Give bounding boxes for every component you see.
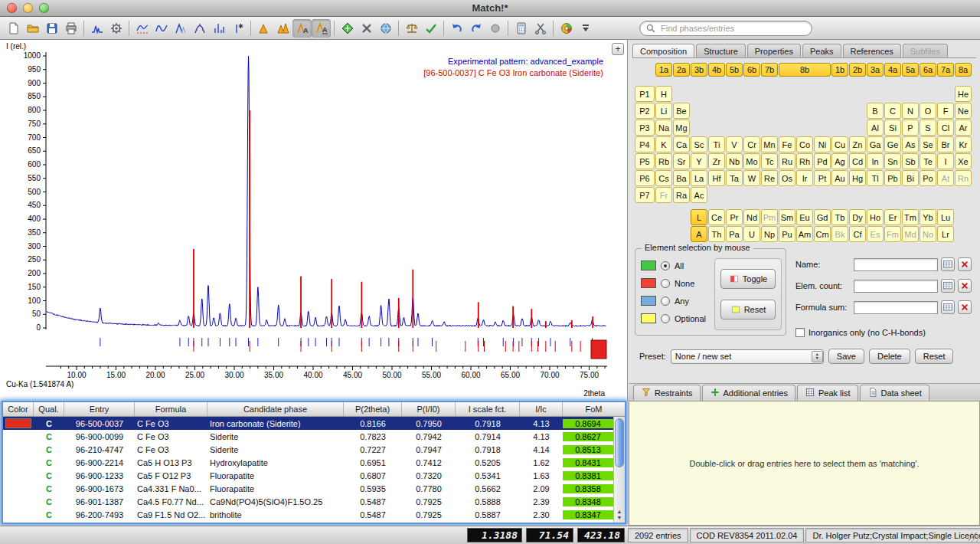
column-header-formula[interactable]: Formula <box>135 402 207 416</box>
smooth-curve-icon[interactable] <box>152 19 171 38</box>
element-Hf[interactable]: Hf <box>708 170 725 186</box>
element-Bi[interactable]: Bi <box>902 170 919 186</box>
element-Br[interactable]: Br <box>937 136 954 152</box>
preset-combobox[interactable]: None / new set ▴▾ <box>671 349 824 364</box>
element-Yb[interactable]: Yb <box>920 209 936 225</box>
element-H[interactable]: H <box>655 86 672 102</box>
matching-drop-panel[interactable]: Double-click or drag entries here to sel… <box>629 401 980 526</box>
element-Tc[interactable]: Tc <box>761 153 778 169</box>
resize-grip[interactable] <box>969 533 978 542</box>
element-As[interactable]: As <box>902 136 919 152</box>
element-Kr[interactable]: Kr <box>955 136 972 152</box>
element-Er[interactable]: Er <box>884 209 901 225</box>
group-3b[interactable]: 3b <box>691 63 707 77</box>
raw-data-gear-icon[interactable] <box>106 19 126 38</box>
formula-sum-input[interactable] <box>854 301 938 314</box>
element-I[interactable]: I <box>937 153 954 169</box>
tab-composition[interactable]: Composition <box>632 44 694 57</box>
element-Rh[interactable]: Rh <box>796 153 813 169</box>
cut-icon[interactable] <box>531 19 550 38</box>
element-Ho[interactable]: Ho <box>867 209 884 225</box>
selection-mode-all[interactable]: All <box>641 257 706 274</box>
element-Ge[interactable]: Ge <box>884 136 901 152</box>
element-Au[interactable]: Au <box>831 170 848 186</box>
web-search-icon[interactable] <box>376 19 395 38</box>
element-W[interactable]: W <box>743 170 760 186</box>
preset-delete-button[interactable]: Delete <box>869 349 910 364</box>
element-Xe[interactable]: Xe <box>955 153 972 169</box>
column-header-p-2theta[interactable]: P(2theta) <box>344 402 402 416</box>
element-Mo[interactable]: Mo <box>743 153 760 169</box>
subtab-data-sheet[interactable]: Data sheet <box>860 385 929 401</box>
element-Te[interactable]: Te <box>920 153 936 169</box>
column-header-entry[interactable]: Entry <box>64 402 135 416</box>
check-icon[interactable] <box>421 19 440 38</box>
group-7b[interactable]: 7b <box>761 63 778 77</box>
element-Md[interactable]: Md <box>902 226 919 242</box>
single-peak-orange-icon[interactable] <box>254 19 273 38</box>
undo-icon[interactable] <box>447 19 466 38</box>
table-row[interactable]: C96-210-4747C Fe O3Siderite0.72270.79470… <box>3 443 613 456</box>
element-At[interactable]: At <box>937 170 954 186</box>
scrollbar-thumb[interactable] <box>615 418 624 467</box>
element-C[interactable]: C <box>884 103 901 119</box>
element-O[interactable]: O <box>920 103 936 119</box>
preset-save-button[interactable]: Save <box>828 349 864 364</box>
element-Np[interactable]: Np <box>761 226 778 242</box>
element-B[interactable]: B <box>867 103 884 119</box>
group-4b[interactable]: 4b <box>708 63 725 77</box>
element-Al[interactable]: Al <box>867 120 884 136</box>
radio-any[interactable] <box>661 297 670 306</box>
table-row[interactable]: C96-901-1387Ca4.5 F0.77 Nd...Ca9Nd(PO4)5… <box>3 495 613 508</box>
group-8a[interactable]: 8a <box>955 63 972 77</box>
toggle-button[interactable]: Toggle <box>720 269 776 289</box>
redo-icon[interactable] <box>466 19 485 38</box>
dropdown-arrow-icon[interactable] <box>576 19 595 38</box>
period-p3[interactable]: P3 <box>635 120 655 136</box>
name-periodic-table-button[interactable] <box>941 257 955 271</box>
subtab-restraints[interactable]: Restraints <box>633 385 701 401</box>
preset-reset-button[interactable]: Reset <box>915 349 954 364</box>
inorganics-only-checkbox[interactable] <box>795 328 805 337</box>
column-header-i-ic[interactable]: I/Ic <box>520 402 563 416</box>
group-7a[interactable]: 7a <box>937 63 954 77</box>
period-p1[interactable]: P1 <box>635 86 655 102</box>
subtab-peak-list[interactable]: Peak list <box>797 385 858 401</box>
table-row[interactable]: C96-500-0037C Fe O3Iron carbonate (Sider… <box>3 417 613 430</box>
tab-subfiles[interactable]: Subfiles <box>903 44 948 57</box>
save-icon[interactable] <box>42 19 61 38</box>
element-Ar[interactable]: Ar <box>955 120 972 136</box>
tab-properties[interactable]: Properties <box>747 44 801 57</box>
group-5a[interactable]: 5a <box>902 63 919 77</box>
element-Re[interactable]: Re <box>761 170 778 186</box>
element-Cd[interactable]: Cd <box>849 153 866 169</box>
element-Ga[interactable]: Ga <box>867 136 884 152</box>
element-Po[interactable]: Po <box>920 170 936 186</box>
element-V[interactable]: V <box>726 136 743 152</box>
formula-periodic-table-button[interactable] <box>941 300 955 314</box>
selection-mode-none[interactable]: None <box>641 274 706 292</box>
element-Pd[interactable]: Pd <box>814 153 831 169</box>
element-Sb[interactable]: Sb <box>902 153 919 169</box>
element-Co[interactable]: Co <box>796 136 813 152</box>
element-Ru[interactable]: Ru <box>779 153 795 169</box>
peak-alpha-icon[interactable]: A <box>292 19 312 38</box>
element-Tb[interactable]: Tb <box>831 209 848 225</box>
element-N[interactable]: N <box>902 103 919 119</box>
element-Rb[interactable]: Rb <box>655 153 672 169</box>
element-Pt[interactable]: Pt <box>814 170 831 186</box>
element-Y[interactable]: Y <box>691 153 707 169</box>
element-Ba[interactable]: Ba <box>673 170 690 186</box>
column-header-qual[interactable]: Qual. <box>34 402 64 416</box>
element-Mg[interactable]: Mg <box>673 120 690 136</box>
elem-count-clear-button[interactable] <box>958 279 972 293</box>
period-p7[interactable]: P7 <box>635 187 655 203</box>
pie-chart-icon[interactable] <box>557 19 576 38</box>
table-row[interactable]: C96-900-1694Ca4.935 O0.46...Fluorapatite… <box>3 521 613 523</box>
group-6b[interactable]: 6b <box>743 63 760 77</box>
element-In[interactable]: In <box>867 153 884 169</box>
diffraction-chart[interactable]: 0501001502002503003504004505005506006507… <box>0 40 627 401</box>
group-2a[interactable]: 2a <box>673 63 690 77</box>
peak-alpha2-icon[interactable]: A <box>312 19 331 38</box>
elem-count-input[interactable] <box>854 280 938 293</box>
